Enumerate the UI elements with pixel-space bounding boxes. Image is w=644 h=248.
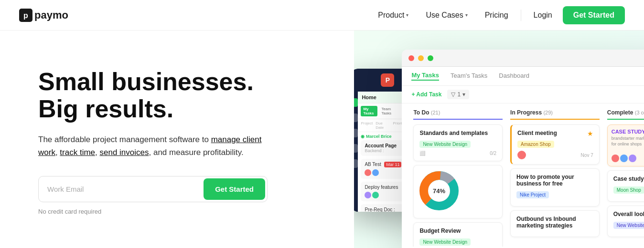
kanban-col-todo: To Do (21) Standards and templates New W… xyxy=(409,109,506,241)
task-card-case-materials: Case study materi... Moon Shop xyxy=(607,170,644,202)
filter-icon: ▽ xyxy=(451,91,455,98)
kanban-board: To Do (21) Standards and templates New W… xyxy=(402,103,644,247)
col-header-inprogress: In Progress (29) xyxy=(510,109,600,120)
mobile-home-label: Home xyxy=(362,94,376,100)
tab-dashboard[interactable]: Dashboard xyxy=(499,72,529,80)
tab-team-tasks[interactable]: Team's Tasks xyxy=(451,72,487,80)
nav-login[interactable]: Login xyxy=(527,7,559,23)
avatar-dot xyxy=(365,192,371,198)
add-task-button[interactable]: + Add Task xyxy=(411,91,441,98)
filter-count: 1 xyxy=(457,91,461,98)
tab-my-tasks[interactable]: My Tasks xyxy=(411,72,439,81)
titlebar-maximize-icon[interactable] xyxy=(428,55,433,61)
mobile-col-duedate: Due Date xyxy=(376,121,390,130)
product-chevron-icon: ▾ xyxy=(406,12,408,18)
mockup-container: P Home ⊙ xyxy=(354,40,644,248)
no-credit-text: No credit card required xyxy=(38,208,335,215)
mobile-col-project: Project xyxy=(361,121,373,130)
hero-subtext: The affordable project management softwa… xyxy=(38,133,268,159)
mobile-tab-mytasks[interactable]: My Tasks xyxy=(361,106,377,116)
mobile-nav-tasks xyxy=(354,114,358,122)
navbar: p paymo Product ▾ Use Cases ▾ Pricing Lo… xyxy=(0,0,644,31)
task-card-promote: How to promote your business for free Ni… xyxy=(510,168,600,207)
mobile-nav xyxy=(354,92,358,212)
mobile-logo-icon: P xyxy=(381,73,394,87)
kanban-col-complete: Complete (3 of 53) CASE STUDY brandstart… xyxy=(603,109,644,241)
email-form: Get Started xyxy=(38,176,268,202)
avatar-dot xyxy=(620,155,628,162)
svg-text:p: p xyxy=(23,11,28,20)
email-input[interactable] xyxy=(39,178,202,200)
use-cases-chevron-icon: ▾ xyxy=(465,12,468,18)
filter-badge[interactable]: ▽ 1 ▾ xyxy=(447,90,469,99)
pie-chart: 74% xyxy=(418,169,461,212)
task-card-client-meeting: ★ Client meeting Amazon Shop Nov 7 xyxy=(510,124,600,165)
track-time-link[interactable]: track time xyxy=(60,148,95,157)
titlebar xyxy=(402,50,644,67)
task-card-overall: Overall look and t... New Website Redesi… xyxy=(607,206,644,237)
svg-text:74%: 74% xyxy=(433,187,445,195)
titlebar-minimize-icon[interactable] xyxy=(418,55,424,61)
task-card: Standards and templates New Website Desi… xyxy=(413,124,503,161)
hero-section: Small businesses. Big results. The affor… xyxy=(0,31,644,248)
mobile-nav-timer xyxy=(354,144,358,153)
avatar-dot xyxy=(612,155,619,162)
avatar-dot xyxy=(629,155,636,162)
avatar-dot xyxy=(365,169,371,176)
task-card-outbound: Outbound vs Inbound marketing strategies xyxy=(510,210,600,237)
logo-icon: p xyxy=(19,9,32,22)
kanban-col-inprogress: In Progress (29) ★ Client meeting Amazon… xyxy=(506,109,603,241)
navbar-get-started-button[interactable]: Get Started xyxy=(563,6,625,24)
mobile-nav-home xyxy=(354,98,358,107)
titlebar-close-icon[interactable] xyxy=(408,55,414,61)
avatar xyxy=(517,151,526,159)
nav-links: Product ▾ Use Cases ▾ Pricing Login Get … xyxy=(371,6,625,24)
task-card-case-study: CASE STUDY brandstarter marketing for on… xyxy=(607,124,644,166)
desktop-mockup: My Tasks Team's Tasks Dashboard + Add Ta… xyxy=(402,50,644,248)
col-header-todo: To Do (21) xyxy=(413,109,503,120)
case-study-sub: brandstarter marketing for online shops xyxy=(612,136,644,147)
case-study-title: CASE STUDY xyxy=(612,129,644,134)
send-invoices-link[interactable]: send invoices xyxy=(100,148,149,157)
mobile-tab-teamtasks[interactable]: Team Tasks xyxy=(379,106,398,116)
nav-pricing[interactable]: Pricing xyxy=(478,7,515,23)
star-icon: ★ xyxy=(587,130,593,137)
col-header-complete: Complete (3 of 53) xyxy=(607,109,644,120)
logo[interactable]: p paymo xyxy=(19,9,68,22)
mobile-nav-profile xyxy=(354,159,358,168)
hero-heading: Small businesses. Big results. xyxy=(38,68,335,123)
logo-text: paymo xyxy=(34,9,68,21)
pie-chart-card: 74% xyxy=(413,165,503,218)
toolbar: + Add Task ▽ 1 ▾ ⚙ xyxy=(402,86,644,103)
mobile-nav-projects xyxy=(354,129,358,137)
hero-right: P Home ⊙ xyxy=(354,31,644,248)
desktop-tabs: My Tasks Team's Tasks Dashboard xyxy=(402,67,644,86)
filter-chevron-icon: ▾ xyxy=(462,91,465,98)
avatar-dot xyxy=(372,169,379,176)
nav-product[interactable]: Product ▾ xyxy=(371,7,415,23)
nav-divider xyxy=(521,10,521,21)
hero-get-started-button[interactable]: Get Started xyxy=(204,178,265,200)
avatar-dot xyxy=(372,192,379,198)
nav-use-cases[interactable]: Use Cases ▾ xyxy=(419,7,474,23)
hero-left: Small businesses. Big results. The affor… xyxy=(0,31,354,248)
task-card-budget: Budget Review New Website Design 5 xyxy=(413,222,503,247)
